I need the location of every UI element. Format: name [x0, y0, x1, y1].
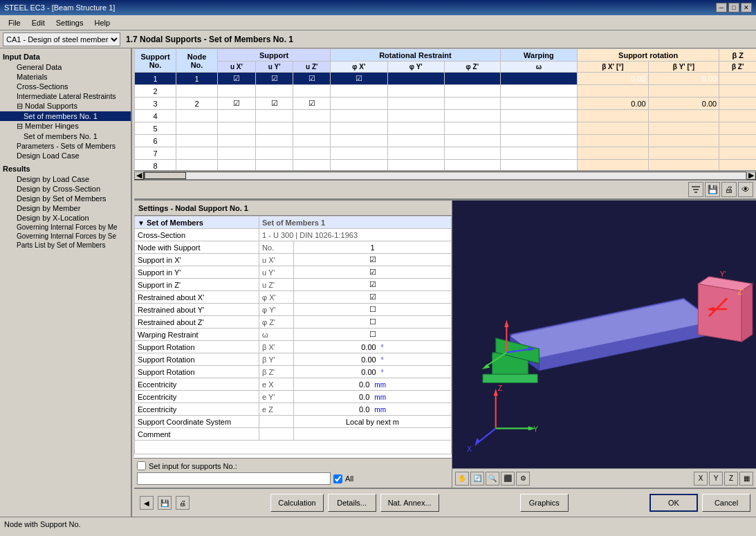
col-header-support: Support: [218, 49, 331, 62]
table-row[interactable]: 2: [135, 85, 757, 98]
set-input-row: Set input for supports No.:: [137, 461, 449, 470]
calculation-button[interactable]: Calculation: [270, 494, 323, 512]
sidebar-item-design-cross[interactable]: Design by Cross-Section: [0, 184, 131, 194]
table-row[interactable]: 5: [135, 122, 757, 135]
support-number-input[interactable]: [137, 472, 331, 485]
col-subheader-phiy: φ Y': [387, 62, 444, 73]
col-header-rotation: Support rotation: [578, 49, 719, 62]
settings-bottom: Set input for supports No.: All: [134, 458, 452, 488]
graphics-button[interactable]: Graphics: [520, 494, 569, 512]
col-subheader-ux: u X': [218, 62, 256, 73]
settings-row-support-x: Support in X' u X': [135, 254, 452, 266]
toolbar-save-btn[interactable]: 💾: [705, 182, 720, 197]
nav-print-btn[interactable]: 🖨: [176, 496, 190, 510]
menu-edit[interactable]: Edit: [26, 17, 50, 28]
sidebar-item-design-xloc[interactable]: Design by X-Location: [0, 213, 131, 223]
scroll-left-btn[interactable]: ◀: [134, 172, 144, 180]
view-axis-x-btn[interactable]: X: [694, 472, 708, 486]
sidebar-item-design-load[interactable]: Design by Load Case: [0, 174, 131, 184]
sidebar-item-governing-members[interactable]: Governing Internal Forces by Me: [0, 223, 131, 232]
settings-title: Settings - Nodal Support No. 1: [138, 204, 248, 212]
sidebar-item-intermediate-lateral[interactable]: Intermediate Lateral Restraints: [0, 91, 131, 101]
menu-settings[interactable]: Settings: [50, 17, 89, 28]
view-fit-btn[interactable]: ⬛: [501, 472, 515, 486]
view-render-btn[interactable]: ▦: [739, 472, 753, 486]
col-header-a: SupportNo.: [135, 49, 176, 73]
ca-dropdown[interactable]: CA1 - Design of steel members a...: [3, 33, 120, 46]
menu-file[interactable]: File: [3, 17, 26, 28]
sidebar-item-member-hinges-1[interactable]: Set of members No. 1: [0, 131, 131, 141]
table-row[interactable]: 8: [135, 160, 757, 171]
cancel-button[interactable]: Cancel: [702, 494, 750, 512]
settings-row-cross-section: Cross-Section 1 - U 300 | DIN 1026-1:196…: [135, 229, 452, 241]
sidebar-item-cross-sections[interactable]: Cross-Sections: [0, 82, 131, 91]
settings-row-restrained-y: Restrained about Y' φ Y': [135, 304, 452, 316]
settings-row-ecc-ey: Eccentricity e Y' 0.0 mm: [135, 391, 452, 403]
section-title: 1.7 Nodal Supports - Set of Members No. …: [126, 35, 293, 44]
set-of-members-label: ▼ Set of Members: [135, 216, 259, 229]
scroll-track[interactable]: [144, 172, 746, 180]
settings-row-restrained-x: Restrained about X' φ X': [135, 291, 452, 304]
nav-save-btn[interactable]: 💾: [158, 496, 172, 510]
settings-row-rot-bz: Support Rotation β Z' 0.00 °: [135, 366, 452, 378]
sidebar-input-header: Input Data: [0, 51, 131, 62]
close-button[interactable]: ✕: [741, 3, 752, 12]
window-controls: ─ □ ✕: [716, 3, 752, 12]
status-bar: Node with Support No.: [0, 517, 756, 530]
view-rotate-btn[interactable]: 🔄: [470, 472, 484, 486]
toolbar-filter-btn[interactable]: [688, 182, 703, 197]
view-move-btn[interactable]: ✋: [455, 472, 469, 486]
sidebar-item-design-set[interactable]: Design by Set of Members: [0, 194, 131, 203]
col-header-b: NodeNo.: [176, 49, 218, 73]
table-row[interactable]: 7: [135, 147, 757, 160]
sidebar-item-design-member[interactable]: Design by Member: [0, 203, 131, 213]
view-axis-y-btn[interactable]: Y: [709, 472, 723, 486]
cb-restrained-z[interactable]: [369, 317, 376, 326]
sidebar-item-materials[interactable]: Materials: [0, 72, 131, 82]
cb-warping[interactable]: [369, 330, 376, 338]
table-row[interactable]: 1 1 ☑ ☑ ☑ ☑ 0.00 0.00: [135, 73, 757, 85]
sidebar-item-parameters[interactable]: Parameters - Sets of Members: [0, 141, 131, 151]
details-button[interactable]: Details...: [328, 494, 376, 512]
toolbar-print-btn[interactable]: 🖨: [721, 182, 737, 197]
table-wrapper[interactable]: SupportNo. NodeNo. Support Rotational Re…: [134, 48, 756, 170]
sidebar-item-general-data[interactable]: General Data: [0, 62, 131, 72]
sidebar-item-member-hinges[interactable]: ⊟ Member Hinges: [0, 121, 131, 131]
cross-section-value: 1 - U 300 | DIN 1026-1:1963: [259, 229, 452, 241]
nav-back-btn[interactable]: ◀: [140, 496, 154, 510]
all-checkbox[interactable]: [333, 474, 342, 483]
cb-restrained-y[interactable]: [369, 305, 376, 313]
table-row[interactable]: 6: [135, 135, 757, 147]
table-row[interactable]: 4: [135, 110, 757, 122]
cb-support-y[interactable]: [369, 268, 376, 276]
maximize-button[interactable]: □: [728, 3, 739, 12]
view-content: Z Y X: [452, 201, 756, 468]
view-settings-btn[interactable]: ⚙: [516, 472, 530, 486]
cb-restrained-x[interactable]: [369, 293, 376, 301]
sidebar-item-parts-list[interactable]: Parts List by Set of Members: [0, 241, 131, 250]
nat-annex-button[interactable]: Nat. Annex...: [380, 494, 439, 512]
settings-header: Settings - Nodal Support No. 1: [134, 201, 452, 216]
settings-panel: Settings - Nodal Support No. 1 ▼ Set of …: [134, 201, 452, 488]
table-scrollbar-h[interactable]: ◀ ▶: [134, 170, 756, 180]
settings-spacer: [135, 441, 452, 454]
scroll-right-btn[interactable]: ▶: [746, 172, 756, 180]
view-axis-z-btn[interactable]: Z: [724, 472, 738, 486]
sidebar-item-set-members-1[interactable]: Set of members No. 1: [0, 111, 131, 121]
toolbar-help-btn[interactable]: 👁: [738, 182, 753, 197]
set-input-checkbox[interactable]: [137, 461, 146, 470]
settings-row-warping: Warping Restraint ω: [135, 329, 452, 341]
sidebar-item-design-load-case[interactable]: Design Load Case: [0, 151, 131, 160]
svg-rect-2: [694, 192, 697, 193]
table-row[interactable]: 3 2 ☑ ☑ ☑ 0.00 0.00: [135, 98, 757, 110]
cb-support-x[interactable]: [369, 255, 376, 264]
ok-button[interactable]: OK: [649, 494, 698, 512]
cb-support-z[interactable]: [369, 280, 376, 288]
sidebar-item-governing-set[interactable]: Governing Internal Forces by Se: [0, 232, 131, 241]
minimize-button[interactable]: ─: [716, 3, 727, 12]
view-zoom-btn[interactable]: 🔍: [486, 472, 499, 486]
menu-help[interactable]: Help: [89, 17, 116, 28]
scroll-thumb[interactable]: [145, 172, 186, 179]
sidebar-item-nodal-supports[interactable]: ⊟ Nodal Supports: [0, 101, 131, 111]
title-text: STEEL EC3 - [Beam Structure 1]: [4, 3, 115, 12]
